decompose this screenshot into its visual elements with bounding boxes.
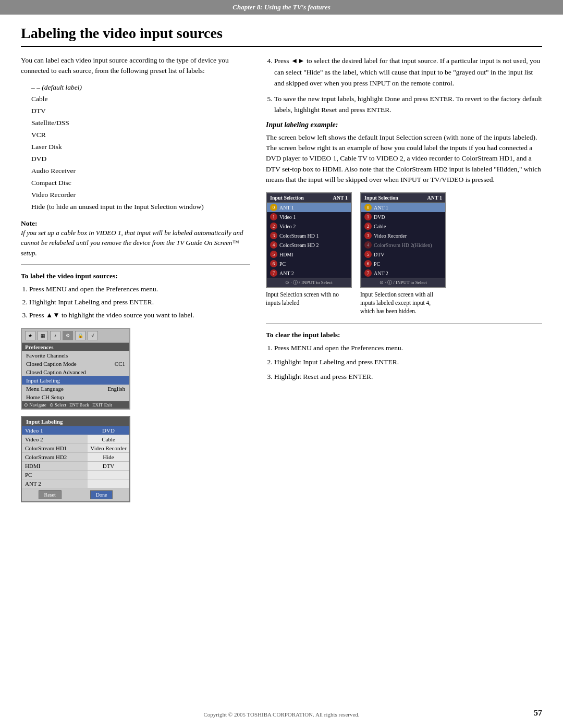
is-num: 1: [364, 213, 372, 220]
step-item: Highlight Input Labeling and press ENTER…: [274, 356, 542, 368]
icon-timer: √: [88, 331, 98, 340]
is-row: 4 ColorStream HD 2(Hidden): [361, 240, 445, 250]
page-number: 57: [534, 708, 542, 718]
done-button[interactable]: Done: [90, 490, 113, 499]
menu-row-language: Menu LanguageEnglish: [22, 385, 129, 393]
list-item: – – (default label): [31, 82, 250, 94]
list-item: Audio Receiver: [31, 165, 250, 177]
il-cell-source: ColorStream HD1: [22, 444, 88, 452]
is-row: 5 DTV: [361, 250, 445, 259]
icon-display: ▦: [38, 331, 48, 340]
page-footer: Copyright © 2005 TOSHIBA CORPORATION. Al…: [0, 711, 563, 718]
input-screen-left-wrap: Input SelectionANT 1 0 ANT 1 1 Video 1 2: [266, 192, 352, 315]
il-row: ColorStream HD1 Video Recorder: [22, 444, 129, 453]
step-item: Highlight Reset and press ENTER.: [274, 371, 542, 382]
is-num: 2: [270, 223, 277, 230]
il-row: Video 1 DVD: [22, 426, 129, 435]
il-cell-label: [88, 471, 129, 479]
menu-row-input-labeling: Input Labeling: [22, 376, 129, 385]
input-screens: Input SelectionANT 1 0 ANT 1 1 Video 1 2: [266, 192, 542, 315]
icon-lock: 🔒: [75, 331, 85, 340]
input-screen-right: Input SelectionANT 1 0 ANT 1 1 DVD 2 C: [360, 192, 446, 288]
copyright-text: Copyright © 2005 TOSHIBA CORPORATION. Al…: [203, 711, 359, 718]
is-row: 0 ANT 1: [361, 203, 445, 212]
input-screen-right-wrap: Input SelectionANT 1 0 ANT 1 1 DVD 2 C: [360, 192, 446, 315]
step-item: To save the new input labels, highlight …: [274, 93, 542, 116]
il-cell-source: HDMI: [22, 462, 88, 470]
menu-bottom-bar: ⊙ Navigate⊙ SelectENT BackEXIT Exit: [22, 401, 129, 409]
il-cell-label: Cable: [88, 435, 129, 443]
il-row: HDMI DTV: [22, 462, 129, 471]
reset-button[interactable]: Reset: [39, 490, 62, 499]
il-title: Input Labeling: [22, 417, 129, 426]
menu-row-home-ch: Home CH Setup: [22, 393, 129, 401]
note-label: Note:: [21, 219, 37, 227]
is-row: 0 ANT 1: [267, 203, 351, 212]
is-num: 3: [364, 232, 372, 239]
is-num: 5: [364, 251, 372, 258]
is-row: 2 Cable: [361, 221, 445, 231]
input-screen-left: Input SelectionANT 1 0 ANT 1 1 Video 1 2: [266, 192, 352, 288]
is-num: 3: [270, 232, 277, 239]
is-header-right: Input SelectionANT 1: [361, 193, 445, 203]
right-column: Press ◄► to select the desired label for…: [266, 55, 542, 509]
il-cell-source: Video 1: [22, 426, 88, 435]
is-num: 0: [270, 204, 277, 211]
is-row: 6 PC: [361, 259, 445, 268]
step5-text: To save the new input labels, highlight …: [274, 95, 542, 114]
left-column: You can label each video input source ac…: [21, 55, 250, 509]
example-text: The screen below left shows the default …: [266, 132, 542, 185]
il-cell-label: [88, 479, 129, 488]
step-item: Highlight Input Labeling and press ENTER…: [29, 297, 250, 309]
screen-caption-left: Input Selection screen with no inputs la…: [266, 290, 352, 307]
list-item: VCR: [31, 129, 250, 141]
il-cell-source: Video 2: [22, 435, 88, 443]
list-item: Video Recorder: [31, 189, 250, 201]
clear-heading: To clear the input labels:: [266, 331, 542, 339]
step4-text: Press ◄► to select the desired label for…: [274, 57, 540, 87]
il-cell-label: DVD: [88, 426, 129, 435]
preferences-menu-screen: ★ ▦ ♪ ⚙ 🔒 √ Preferences Favorite Channel…: [21, 328, 130, 410]
is-num: 6: [270, 260, 277, 267]
is-num: 7: [270, 269, 277, 277]
menu-icons-row: ★ ▦ ♪ ⚙ 🔒 √: [22, 329, 129, 343]
label-steps: Press MENU and open the Preferences menu…: [29, 283, 250, 322]
is-row: 2 Video 2: [267, 221, 351, 231]
list-item: Compact Disc: [31, 177, 250, 189]
il-row: PC: [22, 471, 129, 479]
icon-preferences: ⚙: [63, 331, 73, 340]
is-num: 0: [364, 204, 372, 211]
is-row: 4 ColorStream HD 2: [267, 240, 351, 250]
is-footer-right: ⊙ · ⓘ / INPUT to Select: [361, 278, 445, 287]
list-item: Laser Disk: [31, 141, 250, 153]
menu-row-caption-mode: Closed Caption ModeCC1: [22, 360, 129, 368]
il-cell-source: PC: [22, 471, 88, 479]
input-labeling-table: Input Labeling Video 1 DVD Video 2 Cable…: [21, 416, 130, 502]
il-row: ANT 2: [22, 479, 129, 488]
is-row: 5 HDMI: [267, 250, 351, 259]
menu-row-favorite: Favorite Channels: [22, 351, 129, 360]
is-num: 1: [270, 213, 277, 220]
list-item: Hide (to hide an unused input in the Inp…: [31, 201, 250, 213]
right-steps: Press ◄► to select the desired label for…: [274, 55, 542, 116]
step-item: Press MENU and open the Preferences menu…: [29, 283, 250, 295]
menu-row-caption-adv: Closed Caption Advanced: [22, 368, 129, 376]
list-item: DVD: [31, 153, 250, 165]
il-cell-label: DTV: [88, 462, 129, 470]
is-row: 7 ANT 2: [361, 268, 445, 278]
is-row: 1 DVD: [361, 212, 445, 221]
is-row: 3 ColorStream HD 1: [267, 231, 351, 240]
il-row: Video 2 Cable: [22, 435, 129, 444]
is-footer-left: ⊙ · ⓘ / INPUT to Select: [267, 278, 351, 287]
il-cell-source: ANT 2: [22, 479, 88, 488]
preferences-title: Preferences: [22, 343, 129, 351]
il-row: ColorStream HD2 Hide: [22, 453, 129, 462]
list-item: Cable: [31, 93, 250, 105]
icon-favorites: ★: [25, 331, 35, 340]
is-num: 2: [364, 223, 372, 230]
list-item: Satellite/DSS: [31, 117, 250, 129]
is-num: 4: [364, 241, 372, 249]
note-section: Note: If you set up a cable box in VIDEO…: [21, 219, 250, 258]
is-row: 1 Video 1: [267, 212, 351, 221]
page-title: Labeling the video input sources: [21, 25, 542, 47]
